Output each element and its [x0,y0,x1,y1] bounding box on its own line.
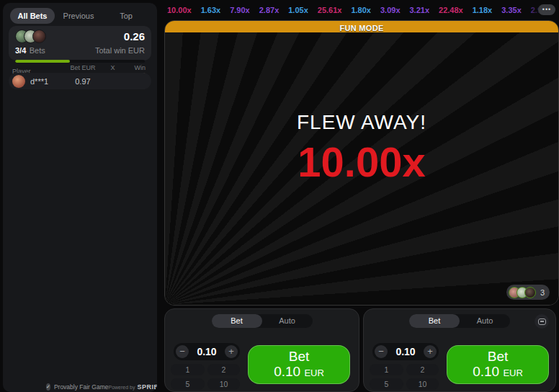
tab-previous[interactable]: Previous [55,8,102,24]
bet-button-label: Bet [447,349,548,364]
auto-tab[interactable]: Auto [262,314,313,328]
increase-amount-button[interactable]: + [424,345,437,358]
quick-amount-5[interactable]: 5 [171,378,205,390]
quick-amount-2[interactable]: 2 [406,364,439,375]
quick-amount-5[interactable]: 5 [370,378,403,390]
avatar [524,287,536,298]
quick-amount-2[interactable]: 2 [207,364,240,375]
quick-amount-10[interactable]: 10 [406,378,439,390]
bets-label: Bets [30,46,45,55]
quick-amount-1[interactable]: 1 [171,364,205,375]
history-multiplier[interactable]: 10.00x [167,6,192,14]
spribe-logo[interactable]: SPRIBE [137,383,157,391]
quick-amounts: 1 2 5 10 [370,364,439,390]
quick-amounts: 1 2 5 10 [171,364,240,390]
bets-ratio: 3/4 [15,46,26,55]
place-bet-button[interactable]: Bet 0.10 EUR [248,345,350,384]
bet-amount-value[interactable]: 0.10 [388,346,424,357]
history-multiplier[interactable]: 3.09x [380,6,401,14]
fun-mode-label: FUN MODE [339,24,383,32]
provably-fair-label[interactable]: Provably Fair Game [54,383,109,391]
history-more-button[interactable]: ••• [538,4,555,15]
total-win-value: 0.26 [124,30,145,43]
auto-tab[interactable]: Auto [460,314,510,328]
bets-stats-card: 0.26 3/4 Bets Total win EUR [9,26,151,61]
bet-panel-2: Bet Auto − 0.10 + 1 2 5 10 Bet 0.10 EUR [363,308,556,392]
bet-tab[interactable]: Bet [212,314,262,328]
bet-button-currency: EUR [304,368,323,378]
decrease-amount-button[interactable]: − [176,345,189,358]
provably-fair-icon: ✓ [46,383,50,391]
amount-stepper: − 0.10 + [372,343,439,360]
game-area: FUN MODE FLEW AWAY! 10.00x 3 [164,20,559,306]
bets-progress-fill [15,60,70,63]
history-multiplier[interactable]: 1.63x [201,6,221,14]
bets-tabs: All Bets Previous Top [3,3,157,28]
history-multiplier[interactable]: 22.48x [439,6,463,14]
history-multiplier[interactable]: 2.87x [259,6,280,14]
bets-sidebar: All Bets Previous Top 0.26 3/4 Bets Tota… [3,3,157,392]
bet-amount-value[interactable]: 0.10 [189,346,225,357]
tab-top[interactable]: Top [102,8,150,24]
player-name: d***1 [30,77,48,86]
avatar [32,30,46,43]
bet-button-label: Bet [249,349,349,364]
history-multiplier[interactable]: 1.05x [288,6,308,14]
bet-button-currency: EUR [503,368,522,378]
place-bet-button[interactable]: Bet 0.10 EUR [447,345,549,384]
bet-panel-1: Bet Auto − 0.10 + 1 2 5 10 Bet 0.10 EUR [164,308,359,392]
history-multiplier[interactable]: 3.35x [501,6,522,14]
bet-button-amount: 0.10 [473,364,499,379]
players-online-pill[interactable]: 3 [506,285,550,300]
multiplier-history-list: 10.00x1.63x7.90x2.87x1.05x25.61x1.80x3.0… [164,6,559,14]
quick-amount-10[interactable]: 10 [207,378,240,390]
decrease-amount-button[interactable]: − [375,345,388,358]
remove-panel-button[interactable] [535,314,549,329]
total-win-label: Total win EUR [95,46,145,55]
bet-auto-toggle: Bet Auto [409,314,510,328]
aviator-game-app: All Bets Previous Top 0.26 3/4 Bets Tota… [0,0,559,392]
multiplier-history-bar: 10.00x1.63x7.90x2.87x1.05x25.61x1.80x3.0… [164,0,559,19]
history-multiplier[interactable]: 25.61x [318,6,342,14]
avatar [12,75,25,88]
crash-multiplier: 10.00x [165,138,558,186]
player-bet: 0.97 [63,77,102,86]
sidebar-footer: ✓ Provably Fair Game Powered by SPRIBE [3,383,157,391]
table-row: d***1 0.97 [9,73,151,89]
tab-all-bets[interactable]: All Bets [10,8,55,24]
remove-panel-icon [538,318,546,325]
bet-auto-toggle: Bet Auto [212,314,313,328]
bets-progress-track [15,60,145,63]
bet-tab[interactable]: Bet [409,314,460,328]
fun-mode-banner: FUN MODE [165,21,558,32]
bettor-avatars [15,30,46,43]
amount-stepper: − 0.10 + [174,343,240,360]
history-multiplier[interactable]: 3.21x [410,6,430,14]
increase-amount-button[interactable]: + [225,345,238,358]
flew-away-text: FLEW AWAY! [165,111,558,134]
powered-by-label: Powered by [108,385,135,390]
bet-button-amount: 0.10 [274,364,300,379]
players-count: 3 [540,288,545,297]
history-multiplier[interactable]: 1.80x [351,6,371,14]
quick-amount-1[interactable]: 1 [370,364,403,375]
history-multiplier[interactable]: 7.90x [230,6,250,14]
history-multiplier[interactable]: 1.18x [473,6,493,14]
